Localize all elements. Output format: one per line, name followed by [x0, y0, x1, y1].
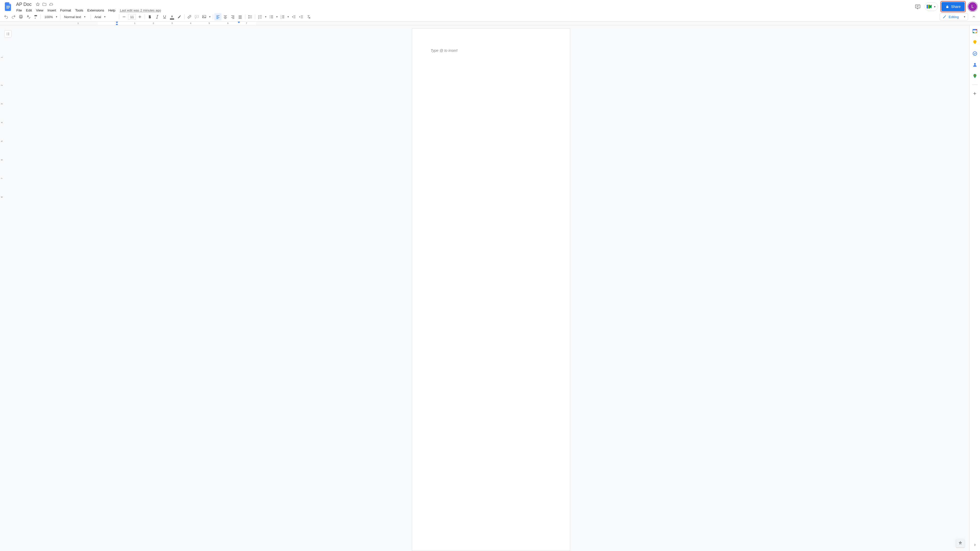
vruler-tick: 1 [0, 57, 3, 58]
keep-addon-icon[interactable] [972, 40, 978, 45]
title-area: AP Doc File Edit View Insert Format Tool… [14, 2, 913, 13]
calendar-addon-icon[interactable] [972, 28, 978, 34]
show-outline-button[interactable] [4, 30, 11, 38]
menu-insert[interactable]: Insert [45, 8, 58, 13]
document-canvas[interactable]: Type @ to insert [13, 25, 969, 551]
caret-down-icon: ▼ [103, 16, 106, 18]
insert-link-button[interactable] [186, 13, 193, 21]
highlight-color-button[interactable] [176, 13, 183, 21]
last-edit-link[interactable]: Last edit was 2 minutes ago [120, 8, 161, 12]
document-page[interactable]: Type @ to insert [412, 28, 570, 551]
first-line-indent-marker[interactable] [116, 22, 118, 23]
paint-format-button[interactable] [32, 13, 39, 21]
bulleted-list-button[interactable] [268, 13, 275, 21]
svg-rect-11 [138, 17, 142, 17]
insert-image-caret[interactable]: ▼ [208, 13, 212, 21]
add-comment-button[interactable] [193, 13, 200, 21]
get-addons-button[interactable]: + [973, 90, 977, 97]
account-avatar[interactable]: L [968, 2, 977, 11]
line-spacing-button[interactable] [247, 13, 254, 21]
checklist-caret[interactable]: ▼ [264, 13, 267, 21]
zoom-dropdown[interactable]: 100%▼ [42, 14, 59, 20]
svg-line-14 [157, 15, 158, 18]
font-size-input[interactable] [128, 14, 136, 20]
vruler-tick: 7 [0, 178, 3, 179]
ruler-tick: 7 [246, 22, 247, 24]
svg-rect-73 [975, 32, 977, 33]
vertical-ruler[interactable]: 1 2 3 4 5 6 7 8 [0, 25, 3, 551]
svg-point-45 [270, 17, 270, 18]
paragraph-style-dropdown[interactable]: Normal text▼ [62, 14, 89, 20]
numbered-list-button[interactable]: 123 [279, 13, 286, 21]
svg-rect-74 [975, 29, 977, 30]
font-family-dropdown[interactable]: Arial▼ [92, 14, 118, 20]
toolbar-separator [213, 14, 213, 19]
align-right-button[interactable] [229, 13, 236, 21]
text-color-button[interactable] [169, 13, 176, 21]
clear-formatting-button[interactable] [305, 13, 312, 21]
comment-history-button[interactable] [913, 2, 922, 11]
horizontal-ruler[interactable]: 1 1 2 3 4 5 6 7 [0, 22, 980, 25]
left-indent-marker[interactable] [116, 24, 118, 25]
menu-tools[interactable]: Tools [73, 8, 86, 13]
style-value: Normal text [64, 15, 81, 19]
font-size-increase-button[interactable] [136, 13, 143, 21]
move-icon[interactable] [41, 2, 47, 7]
decrease-indent-button[interactable] [290, 13, 298, 21]
document-placeholder-text: Type @ to insert [431, 48, 458, 52]
explore-button[interactable] [956, 539, 965, 548]
meet-caret-icon: ▼ [932, 5, 937, 8]
share-button[interactable]: Share [942, 2, 965, 11]
underline-button[interactable] [161, 13, 168, 21]
ruler-tick: 4 [190, 22, 191, 24]
cloud-status-icon[interactable] [48, 2, 54, 7]
italic-button[interactable] [154, 13, 161, 21]
bulleted-list-caret[interactable]: ▼ [275, 13, 279, 21]
menu-help[interactable]: Help [106, 8, 118, 13]
zoom-value: 100% [45, 15, 53, 19]
menu-view[interactable]: View [34, 8, 45, 13]
docs-logo[interactable] [3, 2, 13, 12]
increase-indent-button[interactable] [298, 13, 305, 21]
svg-rect-1 [6, 7, 10, 7]
star-icon[interactable] [35, 2, 41, 7]
bold-button[interactable] [146, 13, 153, 21]
hide-side-panel-button[interactable] [971, 541, 978, 548]
menu-edit[interactable]: Edit [24, 8, 34, 13]
undo-button[interactable] [3, 13, 10, 21]
right-indent-marker[interactable] [238, 22, 240, 23]
print-button[interactable] [18, 13, 24, 21]
insert-image-button[interactable] [200, 13, 208, 21]
document-title-input[interactable]: AP Doc [14, 2, 33, 7]
checklist-button[interactable] [256, 13, 264, 21]
meet-button[interactable]: ▼ [924, 2, 938, 11]
menu-extensions[interactable]: Extensions [85, 8, 106, 13]
align-center-button[interactable] [222, 13, 229, 21]
caret-down-icon: ▼ [84, 16, 86, 18]
numbered-list-caret[interactable]: ▼ [286, 13, 290, 21]
vruler-tick: 6 [0, 159, 3, 160]
align-left-button[interactable] [215, 13, 221, 21]
font-size-decrease-button[interactable] [121, 13, 127, 21]
contacts-addon-icon[interactable] [972, 62, 978, 68]
lock-icon [945, 5, 949, 8]
ruler-tick: 2 [153, 22, 154, 24]
title-icon-group [35, 2, 54, 7]
maps-addon-icon[interactable] [972, 73, 978, 79]
ruler-tick: 1 [77, 22, 79, 24]
svg-text:3: 3 [281, 17, 282, 19]
align-justify-button[interactable] [237, 13, 244, 21]
vruler-tick: 3 [0, 103, 3, 105]
pencil-icon [942, 15, 947, 19]
svg-point-78 [974, 75, 975, 76]
menu-file[interactable]: File [14, 8, 24, 13]
spellcheck-button[interactable] [25, 13, 32, 21]
svg-rect-75 [974, 44, 975, 44]
collapse-toolbar-button[interactable] [970, 13, 977, 21]
tasks-addon-icon[interactable] [972, 51, 978, 56]
vruler-tick: 5 [0, 141, 3, 142]
menu-format[interactable]: Format [58, 8, 73, 13]
editing-mode-dropdown[interactable]: Editing ▼ [940, 13, 968, 21]
redo-button[interactable] [10, 13, 17, 21]
toolbar-separator [184, 14, 185, 19]
